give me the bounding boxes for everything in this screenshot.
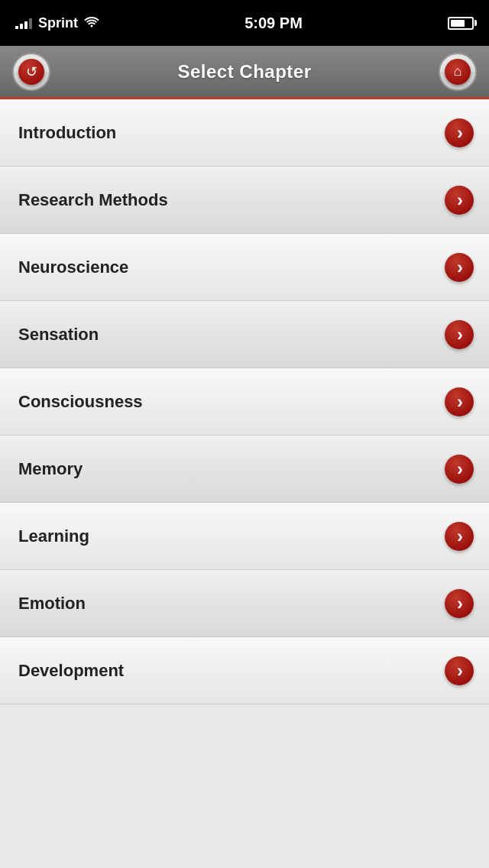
chapter-name: Introduction: [18, 123, 116, 143]
chapter-name: Memory: [18, 459, 83, 479]
list-item[interactable]: Memory: [0, 436, 489, 503]
chevron-right-icon: [445, 118, 474, 147]
list-item[interactable]: Research Methods: [0, 167, 489, 234]
device-frame: Sprint 5:09 PM ↺ Select Chapter ⌂: [0, 0, 489, 868]
chapter-name: Sensation: [18, 325, 99, 345]
signal-icon: [15, 17, 32, 29]
status-time: 5:09 PM: [244, 15, 303, 32]
list-item[interactable]: Sensation: [0, 301, 489, 368]
chapter-name: Neuroscience: [18, 257, 128, 277]
chapter-name: Consciousness: [18, 392, 143, 412]
status-bar: Sprint 5:09 PM: [0, 0, 489, 46]
back-button[interactable]: ↺: [12, 53, 50, 91]
list-item[interactable]: Introduction: [0, 99, 489, 167]
back-icon: ↺: [18, 59, 44, 85]
chevron-right-icon: [445, 253, 474, 282]
chapter-name: Learning: [18, 526, 89, 546]
status-left: Sprint: [15, 15, 99, 31]
chevron-right-icon: [445, 656, 474, 685]
list-item[interactable]: Development: [0, 637, 489, 704]
battery-icon: [448, 17, 474, 30]
list-item[interactable]: Neuroscience: [0, 234, 489, 301]
battery-fill: [451, 20, 465, 27]
carrier-label: Sprint: [38, 15, 78, 31]
chevron-right-icon: [445, 455, 474, 484]
list-item[interactable]: Learning: [0, 503, 489, 570]
chevron-right-icon: [445, 589, 474, 618]
chapter-name: Research Methods: [18, 190, 168, 210]
home-icon: ⌂: [445, 59, 471, 85]
list-item[interactable]: Emotion: [0, 570, 489, 637]
nav-header: ↺ Select Chapter ⌂: [0, 46, 489, 99]
wifi-icon: [84, 15, 99, 31]
chevron-right-icon: [445, 387, 474, 416]
chevron-right-icon: [445, 320, 474, 349]
status-right: [448, 17, 474, 30]
chevron-right-icon: [445, 186, 474, 215]
chapter-name: Emotion: [18, 594, 86, 614]
chapter-name: Development: [18, 661, 124, 681]
chevron-right-icon: [445, 522, 474, 551]
home-button[interactable]: ⌂: [439, 53, 477, 91]
chapter-list: IntroductionResearch MethodsNeuroscience…: [0, 99, 489, 868]
list-item[interactable]: Consciousness: [0, 368, 489, 436]
page-title: Select Chapter: [177, 61, 311, 83]
